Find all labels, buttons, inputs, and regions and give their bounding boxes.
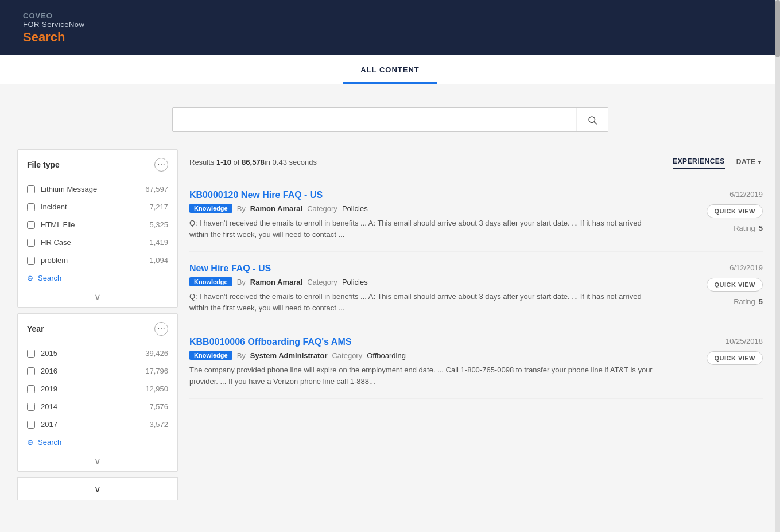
result-meta-2: Knowledge By Ramon Amaral Category Polic…	[189, 277, 659, 286]
facet-year-expand-btn[interactable]: ∨	[18, 451, 177, 471]
search-input[interactable]	[173, 108, 576, 131]
tab-all-content[interactable]: ALL CONTENT	[343, 55, 436, 84]
facet-item[interactable]: 2015 39,426	[18, 344, 177, 362]
results-header: Results 1-10 of 86,578in 0.43 seconds EX…	[189, 149, 763, 178]
result-meta-1: Knowledge By Ramon Amaral Category Polic…	[189, 204, 659, 213]
result-date-3: 10/25/2018	[725, 337, 763, 345]
collapsed-panel[interactable]: ∨	[17, 477, 178, 500]
facet-label-2015: 2015	[41, 349, 139, 358]
facet-year-header: Year ⋯	[18, 314, 177, 344]
badge-knowledge: Knowledge	[189, 351, 232, 360]
rating-row-1: Rating 5	[734, 224, 763, 232]
result-snippet-3: The company provided phone line will exp…	[189, 364, 659, 387]
facet-search-row[interactable]: ⊕ Search	[18, 269, 177, 287]
facet-file-type-options[interactable]: ⋯	[154, 158, 168, 172]
facet-item[interactable]: 2019 12,950	[18, 380, 177, 398]
facet-search-label: Search	[38, 274, 61, 282]
facet-checkbox-2014[interactable]	[27, 403, 35, 411]
facet-checkbox-2019[interactable]	[27, 385, 35, 393]
results-total: 86,578	[242, 158, 265, 166]
facet-label-incident: Incident	[41, 203, 143, 211]
facet-file-type: File type ⋯ Lithium Message 67,597 Incid…	[17, 149, 178, 308]
badge-knowledge: Knowledge	[189, 277, 232, 286]
svg-line-1	[594, 122, 596, 124]
plus-icon: ⊕	[27, 438, 33, 446]
result-side-3: 10/25/2018 QUICK VIEW	[671, 337, 763, 387]
search-box	[172, 107, 608, 132]
result-item: KBB0010006 Offboarding FAQ's AMS Knowled…	[189, 325, 763, 399]
brand-mid: FOR ServiceNow	[23, 20, 84, 29]
rating-label-2: Rating	[734, 297, 755, 306]
scrollbar-thumb[interactable]	[775, 0, 780, 57]
facet-checkbox-2017[interactable]	[27, 421, 35, 429]
sort-experiences[interactable]: EXPERIENCES	[673, 155, 725, 169]
facet-count-2017: 3,572	[149, 420, 168, 429]
result-main: KBB0010006 Offboarding FAQ's AMS Knowled…	[189, 337, 659, 387]
rating-row-2: Rating 5	[734, 297, 763, 306]
result-snippet-2: Q: I haven't received the emails to enro…	[189, 291, 659, 313]
result-main: KB0000120 New Hire FAQ - US Knowledge By…	[189, 190, 659, 240]
meta-category-label: Category	[307, 204, 337, 213]
facet-year-title: Year	[27, 324, 44, 333]
result-snippet-1: Q: I haven't received the emails to enro…	[189, 218, 659, 240]
quick-view-button-1[interactable]: QUICK VIEW	[707, 204, 763, 218]
facet-label-2014: 2014	[41, 402, 143, 411]
facet-label-lithium: Lithium Message	[41, 185, 139, 193]
results-area: Results 1-10 of 86,578in 0.43 seconds EX…	[189, 149, 763, 500]
facet-label-problem: problem	[41, 256, 143, 265]
result-title-1[interactable]: KB0000120 New Hire FAQ - US	[189, 190, 659, 200]
header: COVEO FOR ServiceNow Search	[0, 0, 780, 55]
facet-label-html: HTML File	[41, 220, 143, 229]
facet-checkbox-hrcase[interactable]	[27, 239, 35, 247]
rating-value-2: 5	[759, 297, 763, 306]
facet-year-options[interactable]: ⋯	[154, 322, 168, 336]
facet-expand-btn[interactable]: ∨	[18, 287, 177, 307]
facet-label-2017: 2017	[41, 420, 143, 429]
sort-arrow-icon: ▼	[757, 159, 763, 165]
chevron-down-icon: ∨	[94, 292, 101, 302]
meta-author: Ramon Amaral	[250, 278, 302, 286]
facet-count-2019: 12,950	[145, 385, 168, 393]
result-title-2[interactable]: New Hire FAQ - US	[189, 263, 659, 274]
facet-item[interactable]: Lithium Message 67,597	[18, 180, 177, 198]
facet-item[interactable]: problem 1,094	[18, 251, 177, 269]
facet-item[interactable]: Incident 7,217	[18, 198, 177, 216]
facet-count-problem: 1,094	[149, 256, 168, 265]
facet-count-html: 5,325	[149, 220, 168, 229]
facet-checkbox-incident[interactable]	[27, 203, 35, 211]
facet-checkbox-html[interactable]	[27, 221, 35, 229]
search-icon	[587, 115, 597, 125]
sidebar: File type ⋯ Lithium Message 67,597 Incid…	[17, 149, 178, 500]
facet-item[interactable]: HR Case 1,419	[18, 234, 177, 251]
result-side-2: 6/12/2019 QUICK VIEW Rating 5	[671, 263, 763, 313]
search-button[interactable]	[576, 108, 608, 131]
meta-by: By	[237, 278, 246, 286]
facet-checkbox-2016[interactable]	[27, 367, 35, 375]
facet-year-search-label: Search	[38, 438, 61, 446]
quick-view-button-3[interactable]: QUICK VIEW	[707, 351, 763, 365]
rating-label-1: Rating	[734, 224, 755, 232]
facet-count-incident: 7,217	[149, 203, 168, 211]
search-area	[0, 84, 780, 149]
result-date-2: 6/12/2019	[729, 263, 763, 272]
facet-item[interactable]: 2014 7,576	[18, 398, 177, 415]
meta-category-label: Category	[307, 278, 337, 286]
results-summary: Results 1-10 of 86,578in 0.43 seconds	[189, 158, 317, 166]
results-sort: EXPERIENCES DATE▼	[673, 155, 763, 169]
results-time: in 0.43 seconds	[265, 158, 317, 166]
chevron-down-icon: ∨	[94, 484, 101, 495]
facet-checkbox-problem[interactable]	[27, 257, 35, 265]
facet-checkbox-lithium[interactable]	[27, 185, 35, 193]
quick-view-button-2[interactable]: QUICK VIEW	[707, 278, 763, 292]
result-title-3[interactable]: KBB0010006 Offboarding FAQ's AMS	[189, 337, 659, 347]
brand-top: COVEO	[23, 11, 53, 20]
sort-date[interactable]: DATE▼	[736, 156, 763, 168]
facet-year-search-row[interactable]: ⊕ Search	[18, 433, 177, 451]
meta-category: Policies	[342, 204, 368, 213]
facet-item[interactable]: 2016 17,796	[18, 362, 177, 380]
facet-checkbox-2015[interactable]	[27, 350, 35, 358]
facet-item[interactable]: HTML File 5,325	[18, 216, 177, 234]
facet-count-2016: 17,796	[145, 367, 168, 375]
meta-category: Offboarding	[367, 351, 406, 360]
facet-item[interactable]: 2017 3,572	[18, 415, 177, 433]
